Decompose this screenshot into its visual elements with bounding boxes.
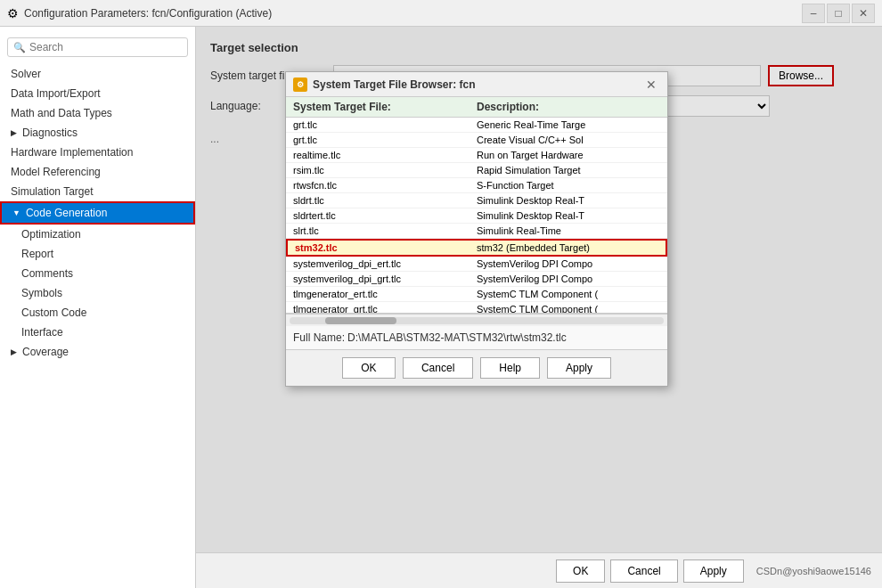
modal-table-row[interactable]: tlmgenerator_grt.tlcSystemC TLM Componen…: [286, 302, 667, 314]
ok-button[interactable]: OK: [556, 559, 605, 583]
diagnostics-label: Diagnostics: [22, 127, 78, 139]
modal-table-body[interactable]: grt.tlcGeneric Real-Time Targegrt.tlcCre…: [286, 118, 667, 314]
modal-row-file: sldrt.tlc: [293, 195, 477, 206]
search-bar: 🔍: [7, 37, 188, 57]
titlebar-left: ⚙ Configuration Parameters: fcn/Configur…: [7, 6, 272, 20]
modal-ok-button[interactable]: OK: [342, 357, 396, 379]
modal-table-row[interactable]: slrt.tlcSimulink Real-Time: [286, 224, 667, 239]
fullname-label: Full Name:: [293, 331, 345, 344]
titlebar-controls: – □ ✕: [802, 4, 875, 23]
modal-table-row[interactable]: tlmgenerator_ert.tlcSystemC TLM Componen…: [286, 287, 667, 302]
sim-target-label: Simulation Target: [11, 185, 94, 198]
fullname-value: D:\MATLAB\STM32-MAT\STM32\rtw\stm32.tlc: [347, 331, 567, 344]
modal-row-file: systemverilog_dpi_ert.tlc: [293, 258, 477, 269]
sidebar-item-math-data[interactable]: Math and Data Types: [0, 103, 195, 123]
app-icon: ⚙: [7, 6, 19, 20]
modal-help-button[interactable]: Help: [480, 357, 540, 379]
modal-cancel-button[interactable]: Cancel: [403, 357, 473, 379]
modal-table-row[interactable]: sldrtert.tlcSimulink Desktop Real-T: [286, 208, 667, 224]
close-button[interactable]: ✕: [852, 4, 875, 23]
modal-row-desc: Simulink Real-Time: [477, 225, 660, 236]
cancel-button[interactable]: Cancel: [610, 559, 677, 583]
modal-row-desc: Simulink Desktop Real-T: [477, 210, 660, 221]
sidebar-item-code-gen[interactable]: ▼ Code Generation: [0, 201, 195, 225]
sidebar-item-model-ref[interactable]: Model Referencing: [0, 162, 195, 182]
modal-table-row[interactable]: rtwsfcn.tlcS-Function Target: [286, 178, 667, 193]
modal-row-desc: Run on Target Hardware: [477, 150, 660, 160]
modal-title: System Target File Browser: fcn: [313, 78, 476, 91]
modal-row-desc: stm32 (Embedded Target): [477, 242, 658, 253]
main-container: 🔍 Solver Data Import/Export Math and Dat…: [0, 27, 882, 588]
scroll-thumb[interactable]: [325, 317, 396, 324]
search-input[interactable]: [29, 41, 182, 53]
modal-row-desc: SystemC TLM Component (: [477, 304, 660, 314]
modal-table-row[interactable]: systemverilog_dpi_ert.tlcSystemVerilog D…: [286, 257, 667, 272]
sidebar-item-diagnostics[interactable]: Diagnostics: [0, 123, 195, 143]
modal-row-file: tlmgenerator_ert.tlc: [293, 289, 477, 299]
search-icon: 🔍: [13, 42, 26, 53]
custom-code-label: Custom Code: [21, 306, 86, 319]
modal-table-row[interactable]: systemverilog_dpi_grt.tlcSystemVerilog D…: [286, 272, 667, 287]
code-gen-label: Code Generation: [26, 207, 107, 219]
sidebar-item-report[interactable]: Report: [0, 244, 195, 264]
modal-row-desc: Rapid Simulation Target: [477, 165, 660, 176]
symbols-label: Symbols: [21, 287, 62, 299]
modal-table-row[interactable]: stm32.tlcstm32 (Embedded Target): [286, 239, 667, 257]
modal-row-file: slrt.tlc: [293, 225, 477, 236]
modal-row-file: systemverilog_dpi_grt.tlc: [293, 274, 477, 284]
sidebar-item-sim-target[interactable]: Simulation Target: [0, 182, 195, 201]
modal-row-desc: Generic Real-Time Targe: [477, 119, 660, 130]
modal-apply-button[interactable]: Apply: [547, 357, 611, 379]
modal-row-file: stm32.tlc: [295, 242, 477, 253]
sidebar-item-coverage[interactable]: Coverage: [0, 342, 195, 362]
interface-label: Interface: [21, 326, 63, 339]
modal-row-desc: Create Visual C/C++ Sol: [477, 135, 660, 145]
minimize-button[interactable]: –: [802, 4, 825, 23]
modal-fullname: Full Name: D:\MATLAB\STM32-MAT\STM32\rtw…: [286, 326, 667, 350]
titlebar-title: Configuration Parameters: fcn/Configurat…: [24, 7, 272, 20]
content-area: Target selection System target file: Bro…: [196, 27, 882, 588]
model-ref-label: Model Referencing: [11, 166, 101, 178]
sidebar-item-interface[interactable]: Interface: [0, 323, 195, 342]
maximize-button[interactable]: □: [827, 4, 850, 23]
modal-overlay: ⚙ System Target File Browser: fcn ✕ Syst…: [196, 27, 882, 588]
modal-body: System Target File: Description: grt.tlc…: [286, 97, 667, 386]
modal-table-row[interactable]: grt.tlcCreate Visual C/C++ Sol: [286, 133, 667, 148]
sidebar-item-comments[interactable]: Comments: [0, 264, 195, 283]
modal-row-file: rsim.tlc: [293, 165, 477, 176]
sidebar-item-solver[interactable]: Solver: [0, 64, 195, 84]
sidebar-item-data-import[interactable]: Data Import/Export: [0, 84, 195, 103]
sidebar: 🔍 Solver Data Import/Export Math and Dat…: [0, 27, 196, 588]
optimization-label: Optimization: [21, 228, 81, 241]
modal-icon: ⚙: [293, 78, 307, 92]
sidebar-item-symbols[interactable]: Symbols: [0, 283, 195, 303]
bottom-bar: OK Cancel Apply CSDn@yoshi9aowe15146: [196, 552, 882, 588]
coverage-label: Coverage: [22, 346, 69, 358]
modal-table-header: System Target File: Description:: [286, 97, 667, 118]
modal-row-file: grt.tlc: [293, 119, 477, 130]
modal-footer: OK Cancel Help Apply: [286, 350, 667, 386]
modal-row-desc: Simulink Desktop Real-T: [477, 195, 660, 206]
modal-row-desc: SystemC TLM Component (: [477, 289, 660, 299]
sidebar-item-optimization[interactable]: Optimization: [0, 225, 195, 244]
modal-table-row[interactable]: sldrt.tlcSimulink Desktop Real-T: [286, 193, 667, 208]
brand-label: CSDn@yoshi9aowe15146: [756, 566, 871, 576]
comments-label: Comments: [21, 267, 73, 280]
horizontal-scrollbar[interactable]: [286, 314, 667, 326]
titlebar: ⚙ Configuration Parameters: fcn/Configur…: [0, 0, 882, 27]
modal-row-file: rtwsfcn.tlc: [293, 180, 477, 191]
modal-table-row[interactable]: grt.tlcGeneric Real-Time Targe: [286, 118, 667, 133]
apply-button[interactable]: Apply: [683, 559, 744, 583]
modal-row-file: realtime.tlc: [293, 150, 477, 160]
col2-header: Description:: [477, 101, 660, 113]
modal-table-row[interactable]: rsim.tlcRapid Simulation Target: [286, 163, 667, 178]
modal-titlebar: ⚙ System Target File Browser: fcn ✕: [286, 72, 667, 97]
sidebar-item-hardware[interactable]: Hardware Implementation: [0, 143, 195, 162]
modal-close-button[interactable]: ✕: [642, 76, 660, 94]
col1-header: System Target File:: [293, 101, 477, 113]
sidebar-item-custom-code[interactable]: Custom Code: [0, 303, 195, 323]
hardware-label: Hardware Implementation: [11, 146, 133, 159]
modal-row-desc: SystemVerilog DPI Compo: [477, 258, 660, 269]
modal-row-file: tlmgenerator_grt.tlc: [293, 304, 477, 314]
modal-table-row[interactable]: realtime.tlcRun on Target Hardware: [286, 148, 667, 163]
